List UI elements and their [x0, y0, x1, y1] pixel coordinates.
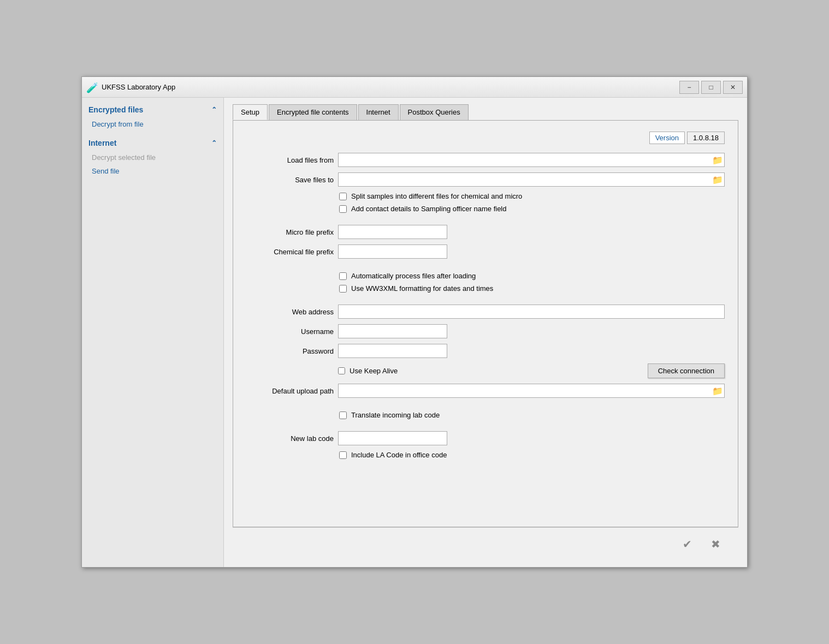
- micro-prefix-label: Micro file prefix: [246, 228, 334, 236]
- tab-setup[interactable]: Setup: [233, 104, 268, 120]
- app-icon: 🧪: [86, 82, 97, 93]
- ww3xml-checkbox[interactable]: [339, 285, 347, 293]
- check-connection-button[interactable]: Check connection: [648, 363, 725, 378]
- split-samples-row: Split samples into different files for c…: [339, 192, 725, 200]
- split-samples-label[interactable]: Split samples into different files for c…: [351, 192, 522, 200]
- auto-process-row: Automatically process files after loadin…: [339, 272, 725, 280]
- auto-process-label[interactable]: Automatically process files after loadin…: [351, 272, 476, 280]
- default-upload-folder-button[interactable]: 📁: [712, 385, 724, 397]
- ok-button[interactable]: ✔: [677, 534, 697, 554]
- save-files-input[interactable]: [338, 172, 725, 187]
- chemical-prefix-row: Chemical file prefix: [246, 245, 725, 259]
- main-content: Setup Encrypted file contents Internet P…: [224, 98, 747, 567]
- sidebar: Encrypted files ⌃ Decrypt from file Inte…: [82, 98, 224, 567]
- ww3xml-row: Use WW3XML formatting for dates and time…: [339, 284, 725, 293]
- save-files-label: Save files to: [246, 176, 334, 184]
- load-files-folder-button[interactable]: 📁: [712, 154, 724, 166]
- auto-process-checkbox[interactable]: [339, 272, 347, 280]
- username-input[interactable]: [338, 324, 447, 338]
- title-bar: 🧪 UKFSS Laboratory App − □ ✕: [82, 77, 747, 98]
- micro-prefix-input[interactable]: [338, 225, 447, 239]
- password-row: Password: [246, 344, 725, 358]
- web-address-input[interactable]: [338, 305, 725, 319]
- add-contact-checkbox[interactable]: [339, 205, 347, 213]
- keep-alive-row: Use Keep Alive Check connection: [246, 363, 725, 378]
- default-upload-input-container: 📁: [338, 384, 725, 398]
- tab-postbox-queries[interactable]: Postbox Queries: [400, 104, 469, 120]
- sidebar-section-internet[interactable]: Internet ⌃: [82, 135, 223, 151]
- translate-lab-checkbox[interactable]: [339, 412, 347, 419]
- main-window: 🧪 UKFSS Laboratory App − □ ✕ Encrypted f…: [81, 76, 748, 568]
- save-files-folder-button[interactable]: 📁: [712, 174, 724, 186]
- sidebar-item-decrypt-from-file[interactable]: Decrypt from file: [82, 117, 223, 131]
- load-files-input[interactable]: [338, 153, 725, 167]
- minimize-button[interactable]: −: [679, 81, 699, 94]
- ww3xml-label[interactable]: Use WW3XML formatting for dates and time…: [351, 284, 493, 293]
- include-la-code-checkbox[interactable]: [339, 451, 347, 459]
- tab-panel-setup: Version 1.0.8.18 Load files from 📁 Save …: [233, 120, 738, 527]
- micro-prefix-row: Micro file prefix: [246, 225, 725, 239]
- default-upload-label: Default upload path: [246, 387, 334, 395]
- new-lab-code-input[interactable]: [338, 431, 447, 445]
- web-address-row: Web address: [246, 305, 725, 319]
- web-address-label: Web address: [246, 308, 334, 316]
- version-value: 1.0.8.18: [687, 132, 725, 144]
- tab-internet[interactable]: Internet: [358, 104, 399, 120]
- keep-alive-checkbox[interactable]: [338, 367, 345, 374]
- username-row: Username: [246, 324, 725, 338]
- load-files-row: Load files from 📁: [246, 153, 725, 167]
- split-samples-checkbox[interactable]: [339, 193, 347, 200]
- add-contact-label[interactable]: Add contact details to Sampling officer …: [351, 205, 506, 213]
- cancel-button[interactable]: ✖: [706, 534, 725, 554]
- include-la-code-row: Include LA Code in office code: [339, 451, 725, 459]
- add-contact-row: Add contact details to Sampling officer …: [339, 205, 725, 213]
- load-files-input-container: 📁: [338, 153, 725, 167]
- translate-lab-label[interactable]: Translate incoming lab code: [351, 411, 440, 419]
- bottom-buttons: ✔ ✖: [233, 527, 738, 560]
- app-body: Encrypted files ⌃ Decrypt from file Inte…: [82, 98, 747, 567]
- chemical-prefix-input[interactable]: [338, 245, 447, 259]
- default-upload-row: Default upload path 📁: [246, 384, 725, 398]
- load-files-label: Load files from: [246, 156, 334, 164]
- password-label: Password: [246, 347, 334, 355]
- new-lab-code-row: New lab code: [246, 431, 725, 445]
- sidebar-item-send-file[interactable]: Send file: [82, 164, 223, 178]
- close-button[interactable]: ✕: [723, 81, 743, 94]
- default-upload-input[interactable]: [338, 384, 725, 398]
- new-lab-code-label: New lab code: [246, 434, 334, 443]
- app-title: UKFSS Laboratory App: [102, 83, 675, 91]
- translate-lab-code-row: Translate incoming lab code: [339, 411, 725, 419]
- include-la-code-label[interactable]: Include LA Code in office code: [351, 451, 447, 459]
- save-files-row: Save files to 📁: [246, 172, 725, 187]
- chevron-up-icon: ⌃: [211, 106, 217, 114]
- window-controls: − □ ✕: [679, 81, 743, 94]
- chevron-up-icon-2: ⌃: [211, 139, 217, 147]
- tab-encrypted-file-contents[interactable]: Encrypted file contents: [269, 104, 357, 120]
- sidebar-section-internet-label: Internet: [88, 139, 116, 147]
- version-label: Version: [649, 132, 685, 144]
- version-row: Version 1.0.8.18: [246, 132, 725, 144]
- tab-bar: Setup Encrypted file contents Internet P…: [233, 104, 738, 120]
- password-input[interactable]: [338, 344, 447, 358]
- sidebar-item-decrypt-selected-file: Decrypt selected file: [82, 151, 223, 164]
- keep-alive-label[interactable]: Use Keep Alive: [350, 367, 398, 375]
- username-label: Username: [246, 327, 334, 336]
- save-files-input-container: 📁: [338, 172, 725, 187]
- chemical-prefix-label: Chemical file prefix: [246, 248, 334, 256]
- maximize-button[interactable]: □: [701, 81, 721, 94]
- sidebar-section-encrypted-files[interactable]: Encrypted files ⌃: [82, 102, 223, 117]
- sidebar-section-encrypted-files-label: Encrypted files: [88, 105, 143, 114]
